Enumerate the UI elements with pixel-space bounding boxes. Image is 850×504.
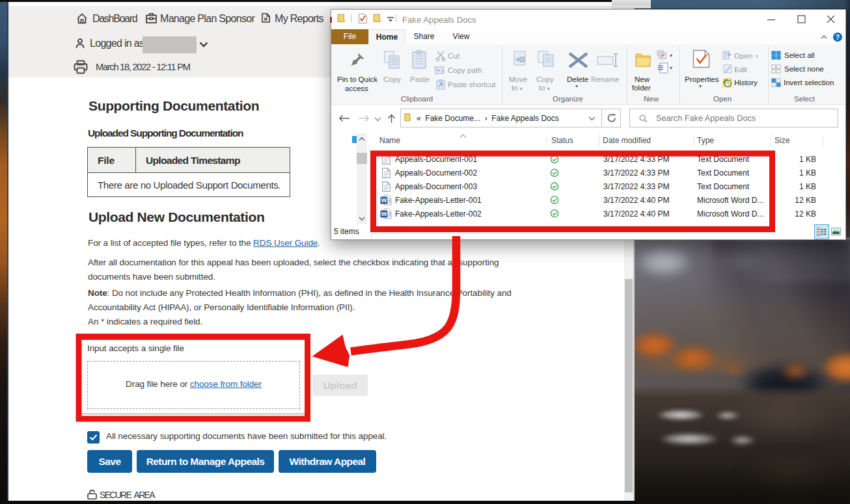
svg-text:W: W [381, 210, 387, 217]
svg-text:W: W [381, 196, 387, 204]
